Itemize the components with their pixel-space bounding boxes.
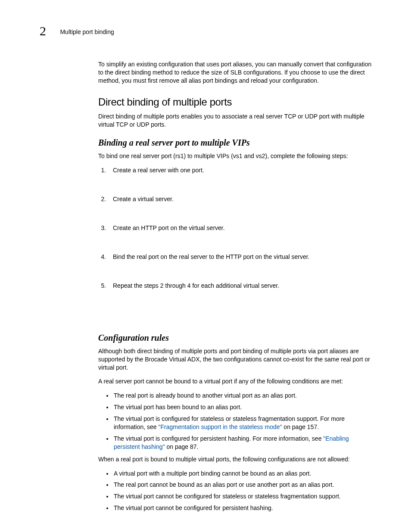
list-item: The virtual port cannot be configured fo… (113, 504, 374, 512)
conditions-list: The real port is already bound to anothe… (98, 392, 374, 451)
intro-paragraph: To simplify an existing configuration th… (98, 60, 374, 85)
content-area: To simplify an existing configuration th… (98, 60, 374, 516)
step-item: Create an HTTP port on the virtual serve… (108, 224, 374, 232)
heading-direct-binding: Direct binding of multiple ports (98, 96, 374, 108)
step-item: Create a virtual server. (108, 195, 374, 203)
list-item-text-after: on page 157. (282, 423, 319, 430)
spacer (98, 290, 374, 324)
list-item: The virtual port is configured for state… (113, 415, 374, 431)
list-item-text-after: on page 87. (165, 443, 199, 450)
page: 2 Multiple port binding To simplify an e… (0, 0, 411, 532)
link-fragmentation-support[interactable]: "Fragmentation support in the stateless … (159, 423, 282, 430)
list-item: The real port is already bound to anothe… (113, 392, 374, 400)
heading-binding-real-server: Binding a real server port to multiple V… (98, 138, 374, 148)
list-item: The real port cannot be bound as an alia… (113, 481, 374, 489)
step-item: Create a real server with one port. (108, 166, 374, 174)
direct-binding-body: Direct binding of multiple ports enables… (98, 112, 374, 129)
config-rules-p3: When a real port is bound to multiple vi… (98, 455, 374, 464)
steps-list: Create a real server with one port. Crea… (98, 166, 374, 289)
config-rules-p1: Although both direct binding of multiple… (98, 347, 374, 372)
step-item: Repeat the steps 2 through 4 for each ad… (108, 282, 374, 290)
page-header: 2 Multiple port binding (40, 24, 377, 38)
list-item: The virtual port has been bound to an al… (113, 403, 374, 411)
list-item-text-before: The virtual port is configured for persi… (114, 435, 323, 442)
list-item: The virtual port is configured for persi… (113, 435, 374, 451)
binding-intro: To bind one real server port (rs1) to mu… (98, 152, 374, 160)
step-item: Bind the real port on the real server to… (108, 253, 374, 261)
running-header-title: Multiple port binding (60, 28, 114, 35)
config-rules-p2: A real server port cannot be bound to a … (98, 377, 374, 386)
heading-configuration-rules: Configuration rules (98, 333, 374, 343)
chapter-number: 2 (40, 24, 46, 38)
list-item: The virtual port cannot be configured fo… (113, 492, 374, 501)
list-item: A virtual port with a multiple port bind… (113, 470, 374, 478)
not-allowed-list: A virtual port with a multiple port bind… (98, 470, 374, 513)
